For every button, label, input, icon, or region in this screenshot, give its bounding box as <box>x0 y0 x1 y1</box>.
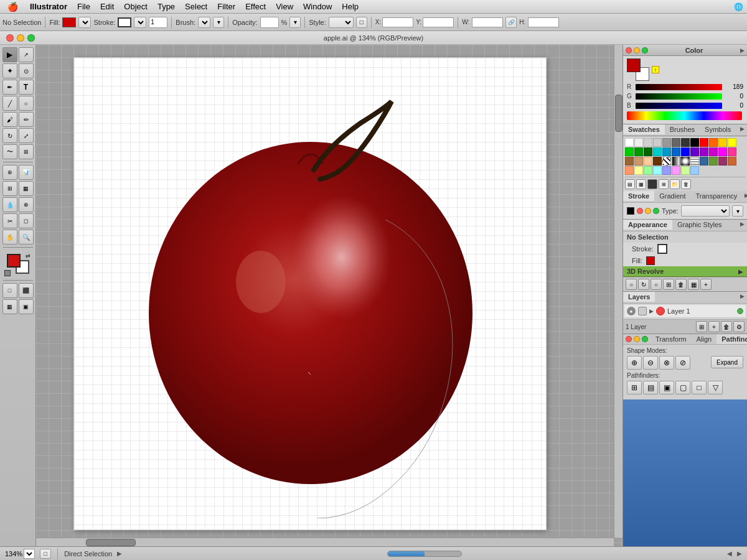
appearance-stroke-swatch[interactable] <box>657 244 667 254</box>
warp-tool-btn[interactable]: 〜 <box>2 144 17 159</box>
normal-view-btn[interactable]: □ <box>2 283 17 298</box>
layer-target-btn[interactable] <box>737 308 743 314</box>
symbol-tools-btn[interactable]: ⊛ <box>2 165 17 180</box>
unite-btn[interactable]: ⊕ <box>627 356 642 370</box>
color-panel-header[interactable]: Color ▶ <box>623 45 747 56</box>
g-slider-container[interactable] <box>636 93 722 100</box>
gradient-tab[interactable]: Gradient <box>654 191 690 202</box>
menu-help[interactable]: Help <box>337 0 364 14</box>
trim-btn[interactable]: ▤ <box>643 381 658 394</box>
x-input[interactable]: 0 px <box>382 17 413 27</box>
ellipse-tool-btn[interactable]: ○ <box>19 96 34 111</box>
menu-edit[interactable]: Edit <box>95 0 119 14</box>
transparency-tab[interactable]: Transparency <box>690 191 742 202</box>
swatch-wine[interactable] <box>718 157 727 166</box>
stroke-color-box[interactable] <box>118 17 131 27</box>
type-tool-btn[interactable]: T <box>19 80 34 95</box>
appearance-btn-4[interactable]: ⊞ <box>663 279 674 290</box>
scroll-left-arrow[interactable]: ◀ <box>727 550 732 557</box>
stroke-select[interactable] <box>134 17 146 28</box>
r-slider-container[interactable] <box>636 84 722 90</box>
vertical-scroll-thumb[interactable] <box>615 95 622 132</box>
pathfinder-close-btn[interactable] <box>626 336 632 342</box>
color-panel-close[interactable] <box>626 47 632 54</box>
swatch-dark-btn[interactable] <box>647 179 657 189</box>
color-panel-min[interactable] <box>634 47 640 54</box>
appearance-fill-swatch[interactable] <box>646 256 655 265</box>
maximize-button[interactable] <box>27 34 35 42</box>
crop-btn[interactable]: ▢ <box>675 381 690 394</box>
menu-window[interactable]: Window <box>298 0 337 14</box>
swatch-darkbrown[interactable] <box>653 157 662 166</box>
swatch-orange[interactable] <box>709 138 718 147</box>
swatch-green1[interactable] <box>625 147 634 156</box>
swatch-pattern1[interactable] <box>662 157 671 166</box>
swatch-gradient1[interactable] <box>672 157 680 166</box>
fullscreen-view-btn[interactable]: ⬛ <box>19 283 34 298</box>
appearance-fx-row[interactable]: 3D Revolve ▶ <box>623 266 747 277</box>
swatch-gradient2[interactable] <box>681 157 690 166</box>
swatch-salmon[interactable] <box>625 166 634 175</box>
menu-filter[interactable]: Filter <box>212 0 240 14</box>
color-panel-max[interactable] <box>642 47 648 54</box>
swatch-gray1[interactable] <box>653 138 662 147</box>
symbols-tab[interactable]: Symbols <box>700 124 736 136</box>
fx-options-btn[interactable]: ▶ <box>738 268 743 275</box>
layer-visibility-btn[interactable]: ● <box>627 307 636 315</box>
swatch-steelblue[interactable] <box>700 157 708 166</box>
appearance-btn-7[interactable]: + <box>700 279 712 290</box>
rotate-tool-btn[interactable]: ↻ <box>2 128 17 143</box>
fill-swatch-small[interactable] <box>627 58 641 72</box>
column-graph-btn[interactable]: 📊 <box>19 165 34 180</box>
swatch-lightcyan[interactable] <box>653 166 662 175</box>
mesh-tool-btn[interactable]: ⊞ <box>2 181 17 196</box>
menu-object[interactable]: Object <box>119 0 153 14</box>
swatch-gray2[interactable] <box>662 138 671 147</box>
appearance-btn-3[interactable]: ○ <box>651 279 662 290</box>
transform-tab[interactable]: Transform <box>651 334 692 344</box>
stroke-type-select[interactable] <box>681 205 730 217</box>
swatch-lightgreen[interactable] <box>644 166 652 175</box>
foreground-color-well[interactable] <box>7 254 21 268</box>
minus-front-btn[interactable]: ⊖ <box>643 356 658 370</box>
swatch-purple1[interactable] <box>690 147 699 156</box>
layer-make-clip-btn[interactable]: ⊞ <box>696 321 707 332</box>
appearance-panel-arrow[interactable]: ▶ <box>738 220 747 231</box>
w-input[interactable]: 0 px <box>472 17 503 27</box>
divide-btn[interactable]: ⊞ <box>627 381 642 394</box>
layer-expand-arrow[interactable]: ▶ <box>649 308 654 314</box>
color-panel-arrow[interactable]: ▶ <box>740 47 745 54</box>
swatch-none[interactable] <box>644 138 652 147</box>
zoom-select[interactable] <box>24 549 35 559</box>
zoom-tool-btn[interactable]: 🔍 <box>19 230 34 245</box>
swatch-white[interactable] <box>625 138 634 147</box>
free-transform-tool-btn[interactable]: ⊞ <box>19 144 34 159</box>
swatch-cyan2[interactable] <box>662 147 671 156</box>
appearance-btn-2[interactable]: ↻ <box>638 279 649 290</box>
menu-select[interactable]: Select <box>180 0 212 14</box>
layer-lock-btn[interactable] <box>638 307 647 315</box>
link-btn[interactable]: 🔗 <box>505 17 517 28</box>
default-colors-btn[interactable] <box>4 270 11 276</box>
swatch-gray3[interactable] <box>672 138 680 147</box>
stroke-panel-max[interactable] <box>653 208 659 214</box>
stroke-tab[interactable]: Stroke <box>623 191 654 202</box>
opacity-input[interactable]: 100 <box>260 17 279 28</box>
eraser-tool-btn[interactable]: ◻ <box>19 213 34 228</box>
swatch-lightblue[interactable] <box>662 166 671 175</box>
guides-btn[interactable]: ▣ <box>19 299 34 314</box>
gamut-warning-icon[interactable]: ! <box>652 66 659 73</box>
exclude-btn[interactable]: ⊘ <box>675 356 690 370</box>
swatch-yellow2[interactable] <box>728 138 736 147</box>
apple-menu[interactable]: 🍎 <box>0 2 25 12</box>
selection-tool-btn[interactable]: ▶ <box>2 47 17 62</box>
close-button[interactable] <box>6 34 14 42</box>
swatch-red[interactable] <box>700 138 708 147</box>
swatch-brown[interactable] <box>625 157 634 166</box>
swatches-tab[interactable]: Swatches <box>623 124 665 136</box>
grid-btn[interactable]: ▦ <box>2 299 17 314</box>
art-board[interactable] <box>73 57 547 530</box>
pen-tool-btn[interactable]: ✒ <box>2 80 17 95</box>
swatch-peach[interactable] <box>644 157 652 166</box>
swap-colors-btn[interactable]: ⇄ <box>26 253 31 259</box>
